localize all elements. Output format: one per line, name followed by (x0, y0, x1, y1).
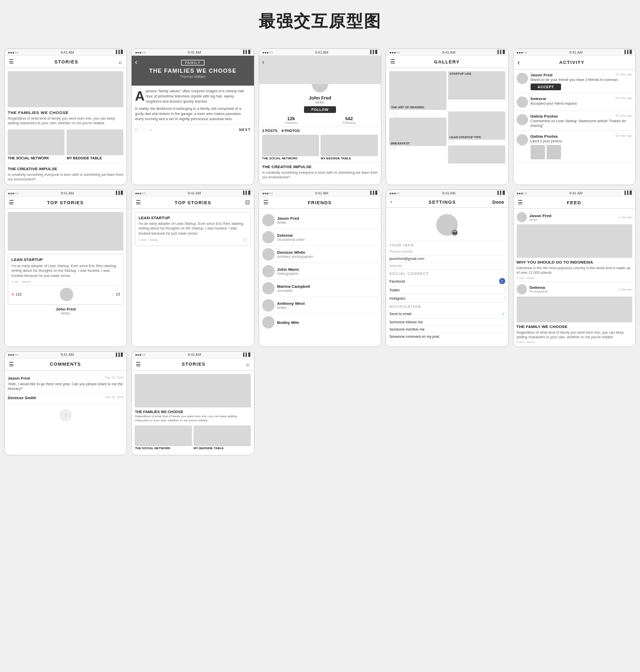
instagram-toggle-9[interactable]: › (504, 296, 505, 301)
friend-item-2: SeleenaOccasional writer (262, 229, 378, 246)
done-btn-9[interactable]: Done (492, 200, 504, 205)
stories-list-content-7: LEAN STARTUP I'm an early adopter of Lea… (132, 209, 253, 251)
action-icons-2: □ ♡ ○ (135, 127, 152, 133)
post-article-title-10: WHY YOU SHOULD GO TO INDONESIA (517, 260, 632, 265)
phone-top-stories-list: ●●●○○ 9:41 AM ▌▌▊ ☰ TOP STORIES ⊡ LEAN S… (131, 189, 254, 347)
facebook-icon-9[interactable]: f (499, 278, 505, 284)
post2-image-10 (517, 297, 632, 322)
article-card-6: LEAN STARTUP I'm an early adopter of Lea… (8, 254, 123, 304)
friend-avatar-4 (262, 265, 275, 277)
website-field-9: Website (389, 263, 505, 270)
nav-title-6: TOP STORIES (14, 200, 117, 205)
photos-grid-3: THE SOCIAL NETWORK MY BEDSIDE TABLE (259, 135, 381, 162)
menu-icon-8[interactable]: ☰ (263, 199, 268, 206)
signal-icon-8: ●●●○○ (262, 191, 273, 195)
facebook-row-9: Facebook f (389, 276, 505, 286)
comment-row-9: Someone comment on my post (389, 333, 505, 340)
photo1-3: THE SOCIAL NETWORK (262, 135, 319, 160)
phone-settings: ●●●○○ 9:41 AM ▌▌▊ ‹ SETTINGS Done 📷 YOUR… (386, 189, 508, 347)
phone-gallery: ●●●○○ 9:41 AM ▌▌▊ ☰ GALLERY THE ART OF R… (386, 48, 508, 185)
friend-item-6: Anthony WestWriter (262, 297, 378, 314)
menu-icon-10[interactable]: ☰ (518, 199, 523, 206)
heart-icon-6[interactable]: ♥ (11, 292, 14, 297)
thumb1-title-1: THE SOCIAL NETWORK (8, 156, 65, 160)
twitter-toggle-9[interactable]: › (504, 288, 505, 292)
status-bar-7: ●●●○○ 9:41 AM ▌▌▊ (132, 190, 253, 196)
activity-name-3: Galina Psotva (531, 114, 558, 119)
friend-avatar-1 (262, 214, 275, 226)
time-2: 9:41 AM (188, 51, 201, 54)
placeholder-desc-12: Regardless of what kind of family you we… (135, 415, 250, 423)
bookmark-icon-2[interactable]: □ (135, 127, 138, 133)
follow-button-3[interactable]: FOLLOW (304, 106, 335, 113)
activity-text-4: Liked 2 your photos. (531, 139, 632, 143)
battery-icon-12: ▌▌▊ (243, 353, 251, 357)
thumb2-12: MY BEDSIDE TABLE (194, 425, 251, 450)
article-desc-3: Is creativity something everyone is born… (262, 170, 378, 179)
next-btn-2[interactable]: NEXT (239, 128, 251, 132)
signal-icon-9: ●●●○○ (389, 191, 400, 195)
comment-icon-2[interactable]: ○ (149, 127, 152, 133)
gallery-content-4: THE ART OF READING ♡ □ STARTUP LIFE BREA… (386, 68, 508, 167)
load-more-11[interactable]: ↑ (8, 409, 123, 421)
article-card-7: LEAN STARTUP I'm an early adopter of Lea… (135, 212, 250, 245)
time-10: 9:41 AM (569, 191, 583, 195)
menu-icon-6[interactable]: ☰ (9, 199, 14, 206)
mention-row-9: Someone mention me (389, 326, 505, 333)
menu-icon-12[interactable]: ☰ (136, 361, 141, 368)
bookmark-icon-7b[interactable]: ⊡ (243, 237, 247, 242)
time-9: 9:41 AM (442, 191, 456, 195)
menu-icon-1[interactable]: ☰ (9, 58, 14, 65)
status-bar-10: ●●●○○ 9:41 AM ▌▌▊ (514, 190, 635, 196)
battery-icon-11: ▌▌▊ (116, 353, 123, 357)
tab-posts-3[interactable]: 3 POSTS (262, 129, 278, 133)
heart-icon-2[interactable]: ♡ (141, 127, 146, 133)
hero-section-2: ‹ FAMILY THE FAMILIES WE CHOOSE Thomas W… (132, 56, 253, 86)
settings-avatar-wrap: 📷 (436, 214, 458, 236)
article-title-6: LEAN STARTUP (11, 257, 120, 262)
nav-8: ☰ FRIENDS (259, 196, 381, 209)
comments-content-11: Jason Fred Dec 22, 2015 Yeah, I would li… (5, 371, 126, 424)
signal-icon-6: ●●●○○ (8, 191, 19, 195)
activity-detail-2: Seleena 24 mins ago Accepted your friend… (531, 96, 632, 106)
nav-title-12: STORIES (141, 362, 246, 367)
tab-photos-3[interactable]: 6 PHOTOS (281, 129, 299, 133)
time-1: 9:41 AM (60, 51, 74, 54)
likes-6: ♥ 122 (11, 292, 22, 297)
menu-icon-7[interactable]: ☰ (136, 199, 141, 206)
time-5: 9:41 AM (569, 51, 583, 54)
post2-meta-10: 5 min · family (517, 340, 632, 343)
menu-icon-4[interactable]: ☰ (390, 58, 395, 65)
settings-content-9: 📷 YOUR INFO Phone number jasonfred@gmail… (386, 208, 508, 343)
menu-icon-11[interactable]: ☰ (9, 361, 14, 368)
time-3: 9:41 AM (315, 51, 328, 54)
status-bar-11: ●●●○○ 9:41 AM ▌▌▊ (5, 352, 126, 358)
nav-activity-5: ‹ ACTIVITY (514, 56, 635, 70)
article-actions-2: □ ♡ ○ NEXT (135, 124, 250, 133)
activity-item-3: Galina Psotva 32 mins ago Commented on L… (517, 114, 632, 131)
checkmark-9[interactable]: ✓ (501, 311, 505, 317)
nav-11: ☰ COMMENTS (5, 358, 126, 371)
activity-item-1: Jason Fred 15 mins ago Wants to be your … (517, 73, 632, 93)
bookmark-icon-7[interactable]: ⊡ (245, 199, 250, 206)
search-icon-12[interactable]: ⌕ (246, 361, 250, 367)
avatar-activity-2 (517, 96, 528, 108)
time-7: 9:41 AM (188, 191, 201, 195)
back-icon-3[interactable]: ‹ (262, 58, 265, 66)
page-title: 最强交互原型图 (0, 0, 640, 48)
nav-title-9: SETTINGS (392, 200, 493, 205)
post-article-text-10: Indonesia is the 4th most populous count… (517, 266, 632, 275)
search-icon-1[interactable]: ⌕ (119, 59, 122, 65)
camera-icon-9[interactable]: 📷 (452, 230, 458, 236)
your-info-label-9: YOUR INFO (389, 243, 505, 247)
social-connect-label-9: SOCIAL CONNECT (389, 272, 505, 275)
hero-image-12 (135, 374, 250, 407)
phone-stories-12: ●●●○○ 9:41 AM ▌▌▊ ☰ STORIES ⌕ THE FAMILI… (131, 351, 254, 456)
send-email-row-9: Send to email ✓ (389, 309, 505, 319)
email-field-9: jasonfred@gmail.com (389, 255, 505, 263)
author-name-6: John Fred (8, 307, 123, 312)
post-time-10: 1 day ago (619, 216, 632, 219)
hero-image-1 (8, 71, 123, 107)
accept-button-5[interactable]: ACCEPT (531, 84, 562, 90)
back-icon-2[interactable]: ‹ (135, 58, 137, 66)
